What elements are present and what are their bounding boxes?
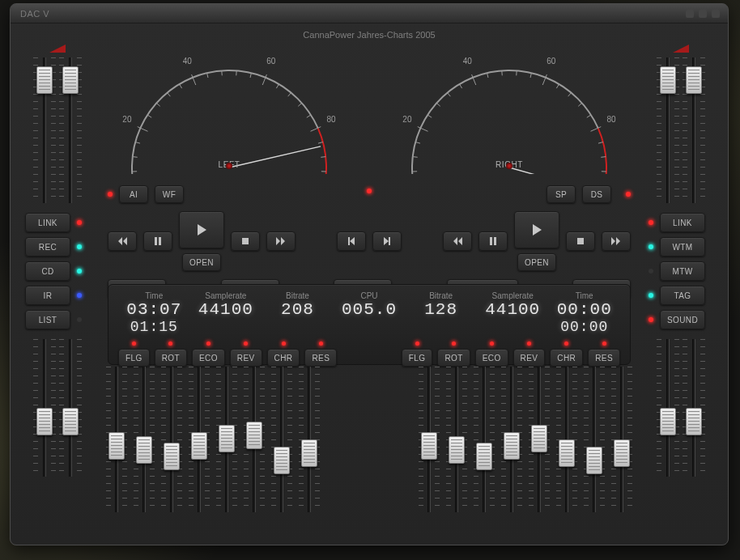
status-led xyxy=(77,220,82,225)
stop-button[interactable] xyxy=(231,231,260,251)
fx-rev-button[interactable]: REV xyxy=(230,349,262,367)
lcd-label: Bitrate xyxy=(262,291,334,300)
mtw-button[interactable]: MTW xyxy=(660,261,705,281)
status-led xyxy=(649,220,653,225)
fx-res-button[interactable]: RES xyxy=(588,349,620,367)
link-button[interactable]: LINK xyxy=(660,213,705,232)
eq-fader[interactable] xyxy=(163,367,181,512)
eq-fader[interactable] xyxy=(190,367,208,512)
eq-fader[interactable] xyxy=(558,367,576,512)
fx-cell: REV xyxy=(513,342,546,367)
eq-fader[interactable] xyxy=(135,367,153,512)
wf-button[interactable]: WF xyxy=(155,185,184,203)
eq-fader[interactable] xyxy=(585,367,603,512)
eq-fader[interactable] xyxy=(108,367,125,512)
fx-eco-button[interactable]: ECO xyxy=(475,349,508,367)
fx-cell: ROT xyxy=(437,342,470,367)
close-icon[interactable] xyxy=(712,10,720,18)
fader[interactable] xyxy=(61,339,80,477)
fx-cell: FLG xyxy=(118,342,150,367)
open-button-left[interactable]: OPEN xyxy=(182,253,221,271)
fx-flg-button[interactable]: FLG xyxy=(402,349,433,367)
lcd-time2-right: 00:00 xyxy=(548,319,620,335)
svg-line-38 xyxy=(415,142,420,144)
pause-button[interactable] xyxy=(143,231,172,251)
status-led xyxy=(108,192,113,197)
svg-rect-67 xyxy=(577,238,584,244)
fx-flg-button[interactable]: FLG xyxy=(118,349,150,367)
fader[interactable] xyxy=(658,57,678,203)
fader[interactable] xyxy=(684,339,704,477)
fx-chr-button[interactable]: CHR xyxy=(550,349,583,367)
fx-res-button[interactable]: RES xyxy=(304,349,337,367)
lcd-label: Time xyxy=(548,291,620,300)
fader[interactable] xyxy=(61,57,80,203)
svg-line-60 xyxy=(601,157,606,158)
triangle-indicator-right xyxy=(673,45,689,53)
fx-led xyxy=(490,342,494,346)
ds-button[interactable]: DS xyxy=(582,185,611,203)
fader[interactable] xyxy=(658,339,678,477)
eq-fader[interactable] xyxy=(218,367,236,512)
rewind-button[interactable] xyxy=(108,231,137,251)
list-button[interactable]: LIST xyxy=(25,310,70,329)
play-button-right[interactable] xyxy=(514,211,559,248)
fx-led xyxy=(244,342,248,346)
fader[interactable] xyxy=(35,339,54,477)
minimize-icon[interactable] xyxy=(686,10,694,18)
prev-track-button[interactable] xyxy=(337,231,366,251)
eq-fader[interactable] xyxy=(530,367,548,512)
rec-button[interactable]: REC xyxy=(25,237,70,257)
vu-pivot-icon xyxy=(226,163,232,169)
fastforward-button[interactable] xyxy=(602,231,631,251)
svg-line-55 xyxy=(578,103,581,106)
aux-faders-right xyxy=(658,339,704,477)
status-led xyxy=(649,317,653,322)
eq-fader[interactable] xyxy=(475,367,493,512)
fx-led xyxy=(206,342,211,346)
cd-button[interactable]: CD xyxy=(25,261,70,281)
eq-fader[interactable] xyxy=(503,367,521,512)
fx-rot-button[interactable]: ROT xyxy=(155,349,187,367)
svg-line-47 xyxy=(487,73,488,78)
fx-rot-button[interactable]: ROT xyxy=(437,349,470,367)
svg-line-59 xyxy=(598,142,603,144)
rewind-button[interactable] xyxy=(443,231,472,251)
pause-button[interactable] xyxy=(478,231,508,251)
fx-chr-button[interactable]: CHR xyxy=(267,349,300,367)
play-button-left[interactable] xyxy=(179,211,224,248)
volume-faders-right xyxy=(658,57,704,203)
eq-fader[interactable] xyxy=(613,367,631,512)
fx-rev-button[interactable]: REV xyxy=(513,349,546,367)
side-button-row: IR xyxy=(25,286,90,305)
svg-text:60: 60 xyxy=(546,57,556,66)
fader[interactable] xyxy=(35,57,54,203)
fader[interactable] xyxy=(684,57,704,203)
fx-led xyxy=(527,342,531,346)
svg-line-32 xyxy=(229,146,321,168)
sp-button[interactable]: SP xyxy=(546,185,576,203)
fx-led xyxy=(282,342,286,346)
fx-eco-button[interactable]: ECO xyxy=(192,349,225,367)
svg-line-53 xyxy=(556,84,559,88)
side-button-row: LIST xyxy=(25,310,90,329)
next-track-button[interactable] xyxy=(372,231,402,251)
svg-line-54 xyxy=(568,93,572,97)
stop-button[interactable] xyxy=(566,231,595,251)
eq-fader[interactable] xyxy=(300,367,318,512)
fastforward-button[interactable] xyxy=(266,231,296,251)
eq-fader[interactable] xyxy=(273,367,291,512)
tag-button[interactable]: TAG xyxy=(660,286,705,305)
titlebar[interactable]: DAC V xyxy=(11,4,728,23)
eq-fader[interactable] xyxy=(448,367,466,512)
link-button[interactable]: LINK xyxy=(25,213,70,232)
ai-button[interactable]: AI xyxy=(119,185,148,203)
eq-fader[interactable] xyxy=(245,367,263,512)
maximize-icon[interactable] xyxy=(699,10,707,18)
eq-fader[interactable] xyxy=(420,367,438,512)
wtm-button[interactable]: WTM xyxy=(660,237,705,257)
open-button-right[interactable]: OPEN xyxy=(517,253,556,271)
sound-button[interactable]: SOUND xyxy=(660,310,705,329)
fx-led xyxy=(415,342,419,346)
ir-button[interactable]: IR xyxy=(25,286,70,305)
